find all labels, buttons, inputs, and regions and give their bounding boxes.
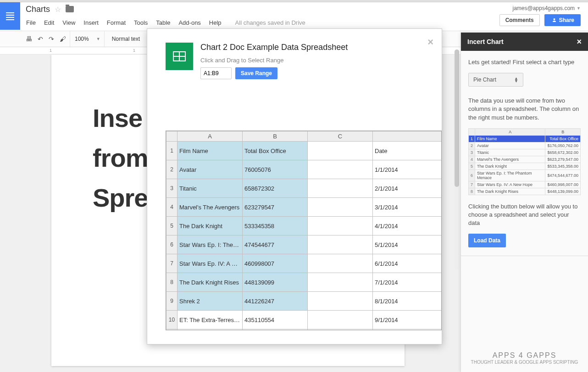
spreadsheet-grid[interactable]: A B C 1Film NameTotal Box OfficeDate2Ava… <box>166 131 442 330</box>
table-row[interactable]: 3Titanic6586723022/1/2014 <box>166 179 442 198</box>
cell[interactable] <box>308 292 373 311</box>
cell[interactable]: 1/1/2014 <box>373 160 442 179</box>
cell[interactable] <box>308 254 373 273</box>
document-title[interactable]: Charts <box>26 5 50 14</box>
cell[interactable]: Star Wars Ep. IV: A Ne… <box>178 254 243 273</box>
menu-view[interactable]: View <box>62 19 75 26</box>
cell[interactable] <box>308 179 373 198</box>
row-number[interactable]: 10 <box>166 311 178 329</box>
print-icon[interactable]: 🖶 <box>26 35 32 43</box>
paint-format-icon[interactable]: 🖌 <box>60 35 66 43</box>
row-number[interactable]: 4 <box>166 198 178 217</box>
select-all-cell[interactable] <box>166 131 178 142</box>
menu-addons[interactable]: Add-ons <box>178 19 200 26</box>
menu-file[interactable]: File <box>26 19 36 26</box>
column-header[interactable]: A <box>178 131 243 142</box>
row-number[interactable]: 1 <box>166 142 178 160</box>
cell[interactable] <box>308 198 373 217</box>
range-input[interactable] <box>200 67 232 79</box>
cell[interactable]: Avatar <box>178 160 243 179</box>
cell[interactable]: Marvel's The Avengers <box>178 198 243 217</box>
cell[interactable]: 4/1/2014 <box>373 217 442 235</box>
star-icon[interactable]: ☆ <box>55 5 61 14</box>
cell[interactable]: 6/1/2014 <box>373 254 442 273</box>
cell[interactable]: 76005076 <box>243 160 308 179</box>
menu-tools[interactable]: Tools <box>134 19 148 26</box>
scrollbar-thumb[interactable] <box>455 49 459 187</box>
row-number[interactable]: 2 <box>166 160 178 179</box>
table-row[interactable]: 6Star Wars Ep. I: The P…4745446775/1/201… <box>166 235 442 254</box>
table-row[interactable]: 5The Dark Knight5333453584/1/2014 <box>166 217 442 235</box>
menu-table[interactable]: Table <box>156 19 170 26</box>
docs-app-icon[interactable] <box>0 2 20 30</box>
cell[interactable]: 3/1/2014 <box>373 198 442 217</box>
table-row[interactable]: 7Star Wars Ep. IV: A Ne…4609980076/1/201… <box>166 254 442 273</box>
cell[interactable] <box>308 311 373 329</box>
column-header[interactable]: C <box>308 131 373 142</box>
cell[interactable]: 10/1/2014 <box>373 329 442 331</box>
table-row[interactable]: 8The Dark Knight Rises4481390997/1/2014 <box>166 273 442 292</box>
cell[interactable] <box>308 273 373 292</box>
cell[interactable] <box>308 142 373 160</box>
cell[interactable]: 9/1/2014 <box>373 311 442 329</box>
folder-icon[interactable] <box>66 6 74 12</box>
menu-help[interactable]: Help <box>209 19 222 26</box>
cell[interactable]: The Dark Knight Rises <box>178 273 243 292</box>
close-icon[interactable]: × <box>577 37 582 47</box>
cell[interactable]: 423315812 <box>243 329 308 331</box>
row-number[interactable]: 8 <box>166 273 178 292</box>
redo-icon[interactable]: ↷ <box>49 35 54 43</box>
cell[interactable]: Total Box Office <box>243 142 308 160</box>
undo-icon[interactable]: ↶ <box>38 35 43 43</box>
row-number[interactable]: 9 <box>166 292 178 311</box>
cell[interactable]: 8/1/2014 <box>373 292 442 311</box>
cell[interactable]: Star Wars Ep. I: The P… <box>178 235 243 254</box>
row-number[interactable]: 11 <box>166 329 178 331</box>
column-header[interactable] <box>373 131 442 142</box>
table-row[interactable]: 2Avatar760050761/1/2014 <box>166 160 442 179</box>
table-row[interactable]: 1Film NameTotal Box OfficeDate <box>166 142 442 160</box>
comments-button[interactable]: Comments <box>499 14 540 26</box>
column-header[interactable]: B <box>243 131 308 142</box>
cell[interactable]: 7/1/2014 <box>373 273 442 292</box>
cell[interactable]: Date <box>373 142 442 160</box>
menu-insert[interactable]: Insert <box>83 19 99 26</box>
cell[interactable]: Film Name <box>178 142 243 160</box>
cell[interactable]: 460998007 <box>243 254 308 273</box>
table-row[interactable]: 10ET: The Extra-Terrestrial4351105549/1/… <box>166 311 442 329</box>
cell[interactable]: Titanic <box>178 179 243 198</box>
close-icon[interactable]: × <box>427 36 433 48</box>
cell[interactable] <box>308 160 373 179</box>
cell[interactable] <box>308 217 373 235</box>
cell[interactable]: 5/1/2014 <box>373 235 442 254</box>
row-number[interactable]: 7 <box>166 254 178 273</box>
row-number[interactable]: 6 <box>166 235 178 254</box>
row-number[interactable]: 5 <box>166 217 178 235</box>
menu-format[interactable]: Format <box>107 19 126 26</box>
save-range-button[interactable]: Save Range <box>235 67 277 79</box>
table-row[interactable]: 4Marvel's The Avengers6232795473/1/2014 <box>166 198 442 217</box>
cell[interactable]: Pirates of the Caribbea… <box>178 329 243 331</box>
cell[interactable]: 448139099 <box>243 273 308 292</box>
cell[interactable] <box>308 329 373 331</box>
menu-edit[interactable]: Edit <box>44 19 54 26</box>
account-menu[interactable]: james@apps4gapps.com ▼ <box>512 5 581 11</box>
cell[interactable]: 2/1/2014 <box>373 179 442 198</box>
cell[interactable]: The Dark Knight <box>178 217 243 235</box>
cell[interactable]: 533345358 <box>243 217 308 235</box>
chart-type-select[interactable]: Pie Chart ▲▼ <box>468 73 523 87</box>
cell[interactable]: Shrek 2 <box>178 292 243 311</box>
cell[interactable]: 658672302 <box>243 179 308 198</box>
cell[interactable]: 474544677 <box>243 235 308 254</box>
cell[interactable]: ET: The Extra-Terrestrial <box>178 311 243 329</box>
cell[interactable]: 623279547 <box>243 198 308 217</box>
cell[interactable] <box>308 235 373 254</box>
share-button[interactable]: Share <box>544 14 581 26</box>
zoom-select[interactable]: 100% ▼ <box>71 31 105 47</box>
table-row[interactable]: 11Pirates of the Caribbea…42331581210/1/… <box>166 329 442 331</box>
row-number[interactable]: 3 <box>166 179 178 198</box>
load-data-button[interactable]: Load Data <box>468 234 506 247</box>
cell[interactable]: 441226247 <box>243 292 308 311</box>
cell[interactable]: 435110554 <box>243 311 308 329</box>
table-row[interactable]: 9Shrek 24412262478/1/2014 <box>166 292 442 311</box>
